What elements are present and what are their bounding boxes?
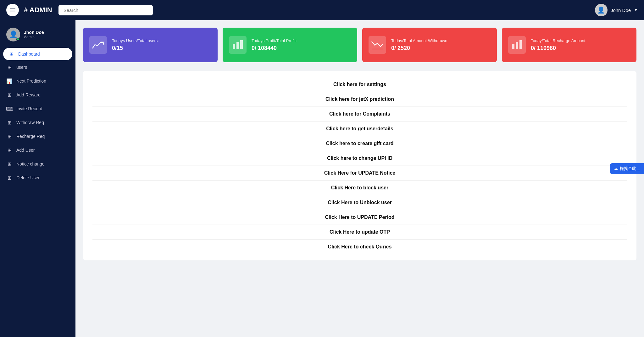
notice-change-label: Notice change: [16, 161, 45, 166]
delete-user-icon: ⊞: [6, 175, 13, 181]
sidebar-user-role: Admin: [24, 35, 44, 39]
sidebar-nav: ⊞Dashboard⊞users📊Next Prediction⊞Add Rew…: [0, 48, 75, 185]
withdraw-req-icon: ⊞: [6, 119, 13, 126]
dropdown-arrow-icon[interactable]: ▼: [634, 8, 638, 12]
action-link-10[interactable]: Click Here to update OTP: [92, 225, 627, 240]
users-icon: ⊞: [6, 64, 13, 70]
next-prediction-icon: 📊: [6, 78, 13, 84]
main-content: Todays Users/Total users: 0/15 Todays Pr…: [75, 20, 644, 337]
sidebar: 👤 Jhon Doe Admin ⊞Dashboard⊞users📊Next P…: [0, 20, 75, 337]
todays-profit-icon: [229, 36, 247, 54]
svg-rect-6: [519, 40, 522, 49]
search-input[interactable]: [58, 5, 153, 15]
action-link-8[interactable]: Click Here to Unblock user: [92, 195, 627, 210]
sidebar-user-name: Jhon Doe: [24, 30, 44, 35]
recharge-amount-icon: [508, 36, 526, 54]
stats-row: Todays Users/Total users: 0/15 Todays Pr…: [83, 28, 636, 62]
navbar-right: 👤 John Doe ▼: [595, 4, 638, 16]
invite-record-icon: ⌨: [6, 106, 13, 112]
stat-card-todays-profit: Todays Profit/Total Profit: 0/ 108440: [223, 28, 357, 62]
todays-users-icon: [89, 36, 107, 54]
svg-rect-4: [512, 44, 514, 49]
notice-change-icon: ⊞: [6, 161, 13, 167]
action-link-6[interactable]: Click Here for UPDATE Notice: [92, 166, 627, 181]
sidebar-user-info: Jhon Doe Admin: [24, 30, 44, 39]
todays-users-value: 0/15: [112, 45, 159, 52]
dashboard-label: Dashboard: [18, 52, 40, 57]
menu-button[interactable]: [6, 4, 19, 16]
sidebar-user: 👤 Jhon Doe Admin: [0, 25, 75, 48]
todays-users-label: Todays Users/Total users:: [112, 38, 159, 44]
add-reward-icon: ⊞: [6, 92, 13, 98]
avatar: 👤: [595, 4, 608, 16]
sidebar-item-recharge-req[interactable]: ⊞Recharge Req: [0, 129, 75, 143]
todays-profit-label: Todays Profit/Total Profit:: [252, 38, 297, 44]
action-link-7[interactable]: Click Here to block user: [92, 181, 627, 195]
cloud-icon: ☁: [614, 166, 618, 171]
recharge-req-icon: ⊞: [6, 133, 13, 139]
action-link-4[interactable]: Click here to create gift card: [92, 136, 627, 151]
sidebar-item-dashboard[interactable]: ⊞Dashboard: [3, 48, 72, 60]
todays-profit-value: 0/ 108440: [252, 45, 297, 52]
action-link-9[interactable]: Click Here to UPDATE Period: [92, 210, 627, 225]
users-label: users: [16, 65, 27, 70]
stat-card-amount-withdrawn: Today/Total Amount Withdrawn: 0/ 2520: [362, 28, 497, 62]
sidebar-item-withdraw-req[interactable]: ⊞Withdraw Req: [0, 116, 75, 129]
svg-rect-1: [236, 42, 239, 49]
add-reward-label: Add Reward: [16, 92, 41, 97]
recharge-amount-info: Today/Total Recharge Amount: 0/ 110960: [531, 38, 586, 52]
svg-rect-2: [240, 40, 243, 49]
svg-rect-0: [233, 44, 235, 49]
sidebar-item-notice-change[interactable]: ⊞Notice change: [0, 157, 75, 171]
sidebar-item-add-reward[interactable]: ⊞Add Reward: [0, 88, 75, 102]
actions-list: Click here for settingsClick here for je…: [83, 71, 636, 260]
sidebar-item-users[interactable]: ⊞users: [0, 60, 75, 74]
float-button-label: 拖拽至此上: [620, 166, 640, 171]
amount-withdrawn-icon: [369, 36, 386, 54]
amount-withdrawn-info: Today/Total Amount Withdrawn: 0/ 2520: [391, 38, 448, 52]
todays-users-info: Todays Users/Total users: 0/15: [112, 38, 159, 52]
sidebar-item-add-user[interactable]: ⊞Add User: [0, 143, 75, 157]
recharge-req-label: Recharge Req: [16, 134, 45, 139]
sidebar-item-delete-user[interactable]: ⊞Delete User: [0, 171, 75, 185]
action-link-2[interactable]: Click here for Complaints: [92, 107, 627, 122]
svg-rect-5: [516, 42, 518, 49]
recharge-amount-value: 0/ 110960: [531, 45, 586, 52]
navbar: # ADMIN 👤 John Doe ▼: [0, 0, 644, 20]
add-user-label: Add User: [16, 148, 35, 153]
action-link-5[interactable]: Click here to change UPI ID: [92, 151, 627, 166]
brand-title: # ADMIN: [24, 6, 52, 14]
todays-profit-info: Todays Profit/Total Profit: 0/ 108440: [252, 38, 297, 52]
delete-user-label: Delete User: [16, 175, 40, 180]
next-prediction-label: Next Prediction: [16, 79, 46, 84]
withdraw-req-label: Withdraw Req: [16, 120, 44, 125]
action-link-3[interactable]: Click here to get userdetails: [92, 122, 627, 136]
hamburger-icon: [10, 8, 15, 12]
float-button[interactable]: ☁ 拖拽至此上: [610, 163, 644, 174]
stat-card-recharge-amount: Today/Total Recharge Amount: 0/ 110960: [502, 28, 636, 62]
online-indicator: [16, 38, 19, 41]
dashboard-icon: ⊞: [8, 51, 14, 57]
action-link-0[interactable]: Click here for settings: [92, 77, 627, 92]
amount-withdrawn-label: Today/Total Amount Withdrawn:: [391, 38, 448, 44]
action-link-11[interactable]: Click Here to check Quries: [92, 240, 627, 254]
amount-withdrawn-value: 0/ 2520: [391, 45, 448, 52]
stat-card-todays-users: Todays Users/Total users: 0/15: [83, 28, 218, 62]
action-link-1[interactable]: Click here for jetX prediction: [92, 92, 627, 107]
layout: 👤 Jhon Doe Admin ⊞Dashboard⊞users📊Next P…: [0, 20, 644, 337]
invite-record-label: Invite Record: [16, 106, 42, 111]
sidebar-item-next-prediction[interactable]: 📊Next Prediction: [0, 74, 75, 88]
add-user-icon: ⊞: [6, 147, 13, 153]
recharge-amount-label: Today/Total Recharge Amount:: [531, 38, 586, 44]
sidebar-avatar: 👤: [6, 28, 20, 41]
user-name-label: John Doe: [611, 8, 631, 13]
sidebar-item-invite-record[interactable]: ⌨Invite Record: [0, 102, 75, 116]
